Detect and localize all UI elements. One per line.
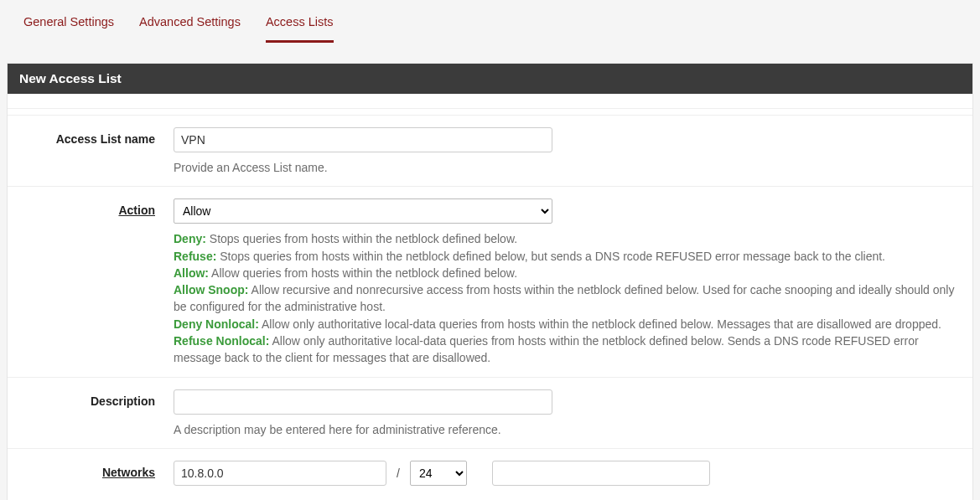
term-allow-snoop: Allow Snoop: [174, 283, 248, 296]
row-description: Description A description may be entered… [8, 378, 972, 449]
label-access-list-name: Access List name [8, 127, 174, 176]
new-access-list-panel: New Access List Access List name Provide… [7, 63, 973, 500]
description-input[interactable] [174, 389, 552, 415]
network-address-input[interactable] [174, 461, 386, 486]
network-mask-select[interactable]: 24 [410, 461, 467, 486]
desc-refuse-nonlocal: Allow only authoritative local-data quer… [174, 334, 919, 364]
desc-deny-nonlocal: Allow only authoritative local-data quer… [259, 317, 941, 331]
label-action: Action [118, 204, 155, 217]
panel-title: New Access List [8, 64, 972, 94]
desc-refuse: Stops queries from hosts within the netb… [216, 250, 885, 263]
tabs-bar: General Settings Advanced Settings Acces… [0, 0, 980, 43]
help-description: A description may be entered here for ad… [174, 421, 959, 438]
row-action: Action Allow Deny: Stops queries from ho… [8, 187, 972, 377]
label-description: Description [8, 389, 174, 438]
label-networks: Networks [102, 466, 155, 479]
term-refuse: Refuse: [174, 250, 216, 263]
action-select[interactable]: Allow [174, 198, 552, 224]
network-row-description-input[interactable] [492, 461, 710, 486]
tab-access-lists[interactable]: Access Lists [266, 15, 334, 43]
access-list-name-input[interactable] [174, 127, 552, 152]
tab-advanced-settings[interactable]: Advanced Settings [139, 15, 241, 43]
action-help-block: Deny: Stops queries from hosts within th… [174, 230, 959, 366]
tab-general-settings[interactable]: General Settings [23, 15, 114, 43]
term-deny-nonlocal: Deny Nonlocal: [174, 317, 259, 331]
desc-allow: Allow queries from hosts within the netb… [209, 266, 517, 280]
mask-separator: / [386, 466, 410, 480]
row-networks: Networks / 24 Network/mask Description [8, 449, 972, 500]
term-refuse-nonlocal: Refuse Nonlocal: [174, 334, 269, 348]
help-access-list-name: Provide an Access List name. [174, 159, 959, 176]
term-deny: Deny: [174, 232, 206, 245]
desc-deny: Stops queries from hosts within the netb… [206, 232, 517, 245]
row-access-list-name: Access List name Provide an Access List … [8, 116, 972, 187]
desc-allow-snoop: Allow recursive and nonrecursive access … [174, 283, 954, 313]
term-allow: Allow: [174, 266, 209, 280]
